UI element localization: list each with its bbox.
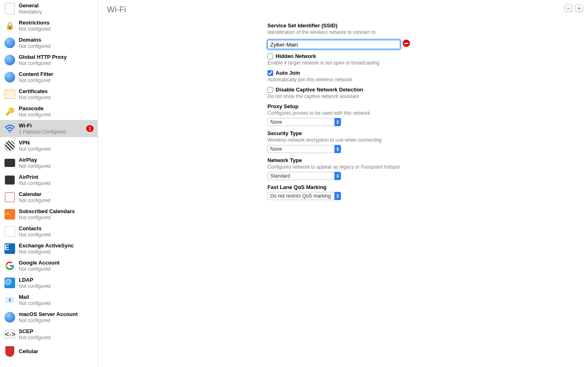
sidebar-item-sublabel: Not configured: [19, 78, 94, 83]
airplay-icon: [4, 157, 16, 169]
ssid-input[interactable]: [267, 40, 400, 49]
network-type-label: Network Type: [267, 157, 423, 163]
cellular-icon: [4, 346, 16, 357]
sidebar-item-label: Restrictions: [19, 20, 94, 26]
sidebar-item-general[interactable]: GeneralMandatory: [0, 0, 98, 17]
sidebar-item-label: Contacts: [19, 225, 94, 232]
sidebar-item-label: AirPlay: [19, 157, 94, 163]
vpn-icon: [4, 140, 16, 151]
auto-join-checkbox[interactable]: [267, 70, 273, 76]
lock-icon: 🔒: [4, 20, 16, 31]
sidebar-item-airprint[interactable]: AirPrintNot configured: [0, 171, 98, 189]
sidebar-item-label: LDAP: [19, 277, 94, 283]
sidebar-item-sublabel: Not configured: [19, 249, 94, 255]
sidebar-item-label: Passcode: [19, 105, 94, 112]
sidebar-item-sublabel: Not configured: [19, 283, 94, 289]
lock-icon: 🔒: [4, 20, 16, 31]
sidebar-item-scep[interactable]: <·>SCEPNot configured: [0, 326, 98, 343]
sidebar-item-sublabel: Not configured: [19, 266, 94, 272]
sidebar-item-sublabel: Not configured: [19, 198, 94, 203]
wifi-icon: [4, 123, 16, 134]
sidebar-item-contacts[interactable]: ContactsNot configured: [0, 223, 98, 240]
sidebar-item-label: Cellular: [19, 348, 94, 355]
mail-icon: 📧: [4, 294, 16, 306]
security-label: Security Type: [267, 130, 423, 136]
security-value: None: [267, 145, 334, 153]
scep-icon: <·>: [4, 329, 16, 340]
sidebar-item-subscribed-calendars[interactable]: ෴Subscribed CalendarsNot configured: [0, 206, 98, 223]
sidebar-item-vpn[interactable]: VPNNot configured: [0, 137, 98, 154]
sidebar-item-exchange-activesync[interactable]: EExchange ActiveSyncNot configured: [0, 240, 98, 257]
calendar-icon: [4, 191, 16, 203]
sidebar-item-certificates[interactable]: CertificatesNot configured: [0, 86, 98, 103]
sidebar-item-cellular[interactable]: Cellular: [0, 343, 98, 360]
sidebar-item-wi-fi[interactable]: Wi-Fi1 Payload Configured1: [0, 120, 98, 137]
proxy-value: None: [267, 118, 334, 126]
google-icon: [4, 260, 16, 271]
sidebar-item-domains[interactable]: DomainsNot configured: [0, 34, 98, 51]
security-select[interactable]: None: [267, 145, 341, 153]
auto-join-label: Auto Join: [276, 70, 300, 76]
rss-icon: ෴: [4, 209, 16, 220]
sidebar-item-sublabel: Not configured: [19, 215, 94, 220]
sidebar-item-label: Calendar: [19, 191, 94, 198]
disable-captive-label: Disable Captive Network Detection: [276, 87, 363, 93]
sidebar-item-sublabel: Not configured: [19, 43, 94, 49]
sidebar-item-calendar[interactable]: CalendarNot configured: [0, 189, 98, 206]
sidebar-item-label: Subscribed Calendars: [19, 208, 94, 215]
network-type-select[interactable]: Standard: [267, 172, 341, 180]
main-content: − + Wi-Fi Service Set Identifier (SSID) …: [98, 0, 588, 367]
sidebar-item-global-http-proxy[interactable]: Global HTTP ProxyNot configured: [0, 51, 98, 69]
sidebar-item-macos-server-account[interactable]: macOS Server AccountNot configured: [0, 309, 98, 326]
no-entry-icon[interactable]: [403, 40, 410, 47]
at-icon: @: [4, 277, 16, 289]
scep-icon: <·>: [4, 329, 16, 340]
proxy-label: Proxy Setup: [267, 103, 423, 109]
sidebar: GeneralMandatory🔒RestrictionsNot configu…: [0, 0, 98, 367]
sidebar-item-content-filter[interactable]: Content FilterNot configured: [0, 69, 98, 86]
globe-server-icon: [4, 311, 16, 323]
sidebar-item-label: Content Filter: [19, 71, 94, 78]
chevron-updown-icon: [334, 192, 341, 200]
general-icon: [4, 3, 16, 14]
badge: 1: [86, 125, 94, 132]
sidebar-item-sublabel: Not configured: [19, 318, 94, 323]
mail-icon: 📧: [4, 294, 16, 306]
toolbar: − +: [564, 4, 583, 12]
hidden-network-checkbox[interactable]: [267, 53, 273, 59]
ssid-desc: Identification of the wireless network t…: [267, 29, 423, 35]
chevron-updown-icon: [334, 172, 341, 180]
sidebar-item-airplay[interactable]: AirPlayNot configured: [0, 154, 98, 171]
add-payload-button[interactable]: +: [575, 4, 583, 12]
hidden-network-label: Hidden Network: [276, 53, 316, 59]
globe-icon: [4, 37, 16, 49]
minus-icon: −: [567, 5, 570, 11]
sidebar-item-label: Exchange ActiveSync: [19, 242, 94, 249]
fastlane-select[interactable]: Do not restrict QoS marking: [267, 192, 341, 200]
disable-captive-checkbox[interactable]: [267, 87, 273, 93]
vpn-icon: [4, 140, 16, 151]
globe-shield-icon: [4, 71, 16, 83]
sidebar-item-label: SCEP: [19, 328, 94, 335]
disable-captive-desc: Do not show the captive network assistan…: [267, 93, 423, 99]
sidebar-item-passcode[interactable]: 🔑PasscodeNot configured: [0, 103, 98, 120]
proxy-select[interactable]: None: [267, 118, 341, 126]
sidebar-item-label: AirPrint: [19, 174, 94, 180]
chevron-updown-icon: [334, 118, 341, 126]
airprint-icon: [4, 174, 16, 186]
page-title: Wi-Fi: [107, 5, 126, 14]
sidebar-item-mail[interactable]: 📧MailNot configured: [0, 291, 98, 309]
remove-payload-button[interactable]: −: [564, 4, 572, 12]
sidebar-item-ldap[interactable]: @LDAPNot configured: [0, 274, 98, 291]
sidebar-item-restrictions[interactable]: 🔒RestrictionsNot configured: [0, 17, 98, 34]
svg-point-0: [9, 131, 10, 133]
certificate-icon: [4, 89, 16, 100]
exchange-icon: E: [4, 243, 16, 254]
sidebar-item-sublabel: Not configured: [19, 112, 94, 118]
security-desc: Wireless network encryption to use when …: [267, 137, 423, 143]
sidebar-item-label: VPN: [19, 140, 94, 146]
sidebar-item-sublabel: Not configured: [19, 180, 94, 186]
sidebar-item-google-account[interactable]: Google AccountNot configured: [0, 257, 98, 274]
cellular-icon: [4, 346, 16, 357]
fastlane-value: Do not restrict QoS marking: [267, 192, 334, 200]
